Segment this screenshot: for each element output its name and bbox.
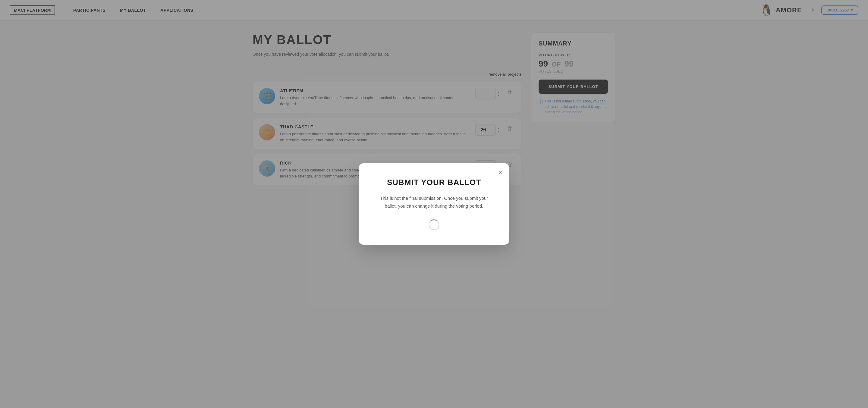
- modal-title: SUBMIT YOUR BALLOT: [375, 178, 493, 187]
- modal-close-button[interactable]: ×: [498, 169, 502, 176]
- modal-description: This is not the final submission. Once y…: [375, 194, 493, 210]
- modal: × SUBMIT YOUR BALLOT This is not the fin…: [359, 163, 509, 245]
- modal-overlay[interactable]: × SUBMIT YOUR BALLOT This is not the fin…: [0, 0, 868, 408]
- loading-spinner: [429, 219, 439, 230]
